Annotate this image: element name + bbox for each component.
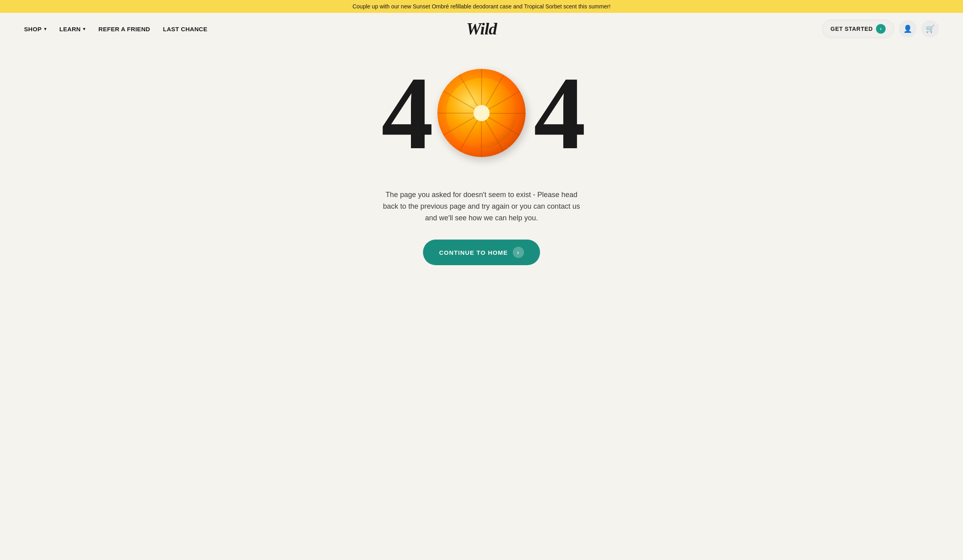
error-code-display: 4 <box>381 61 582 165</box>
error-description: The page you asked for doesn't seem to e… <box>377 189 586 224</box>
continue-label: CONTINUE TO HOME <box>439 249 508 256</box>
nav-learn-label: LEARN <box>59 26 81 32</box>
cart-button[interactable]: 🛒 <box>921 20 939 38</box>
nav-shop-label: SHOP <box>24 26 42 32</box>
announcement-banner: Couple up with our new Sunset Ombré refi… <box>0 0 963 13</box>
nav-learn[interactable]: LEARN ▾ <box>59 26 85 32</box>
nav-refer-label: REFER A FRIEND <box>99 26 150 32</box>
nav-lastchance[interactable]: LAST CHANCE <box>163 26 207 32</box>
main-content: 4 <box>0 45 963 297</box>
nav-lastchance-label: LAST CHANCE <box>163 26 207 32</box>
nav-refer[interactable]: REFER A FRIEND <box>99 26 150 32</box>
get-started-button[interactable]: GET STARTED › <box>822 20 894 38</box>
error-digit-right: 4 <box>530 61 582 165</box>
nav-left: SHOP ▾ LEARN ▾ REFER A FRIEND LAST CHANC… <box>24 26 207 32</box>
header: SHOP ▾ LEARN ▾ REFER A FRIEND LAST CHANC… <box>0 13 963 45</box>
learn-chevron-icon: ▾ <box>83 26 85 32</box>
continue-arrow-icon: › <box>513 247 524 258</box>
shop-chevron-icon: ▾ <box>44 26 47 32</box>
user-icon: 👤 <box>903 24 912 33</box>
error-visual: 4 <box>381 61 582 165</box>
get-started-label: GET STARTED <box>831 26 873 32</box>
nav-shop[interactable]: SHOP ▾ <box>24 26 47 32</box>
get-started-arrow-icon: › <box>876 24 886 34</box>
user-account-button[interactable]: 👤 <box>899 20 916 38</box>
error-digit-left: 4 <box>381 61 433 165</box>
site-logo[interactable]: Wild <box>466 19 497 38</box>
continue-to-home-button[interactable]: CONTINUE TO HOME › <box>423 240 540 265</box>
nav-right: GET STARTED › 👤 🛒 <box>822 20 939 38</box>
error-text-block: The page you asked for doesn't seem to e… <box>377 189 586 224</box>
cart-icon: 🛒 <box>926 24 935 33</box>
orange-fruit-icon <box>437 69 526 157</box>
banner-text: Couple up with our new Sunset Ombré refi… <box>352 3 611 10</box>
